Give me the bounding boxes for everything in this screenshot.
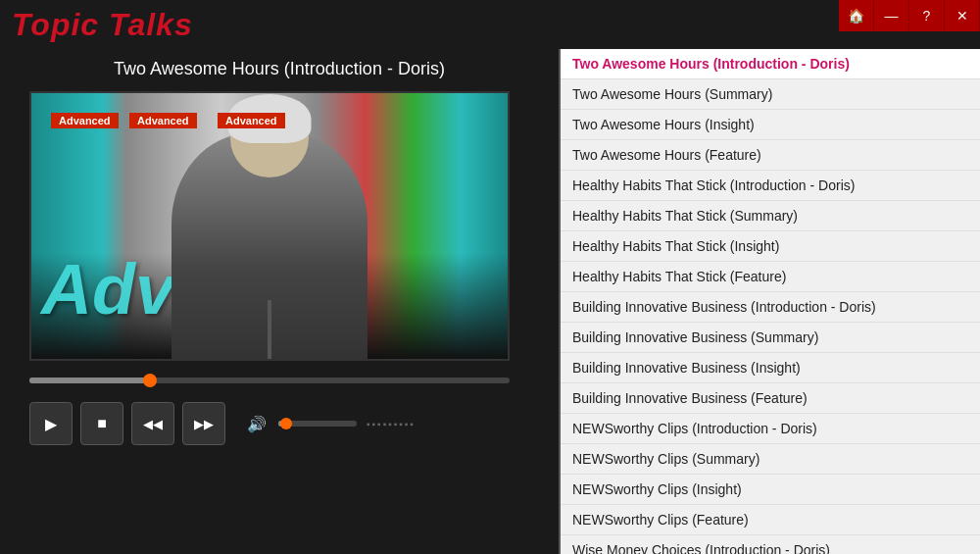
playlist-item[interactable]: NEWSworthy Clips (Introduction - Doris) xyxy=(561,414,980,444)
playlist-item[interactable]: Building Innovative Business (Introducti… xyxy=(561,292,980,323)
playlist-item[interactable]: Building Innovative Business (Summary) xyxy=(561,323,980,353)
left-panel: Two Awesome Hours (Introduction - Doris)… xyxy=(0,49,559,554)
playlist-item[interactable]: Building Innovative Business (Feature) xyxy=(561,383,980,414)
main-content: Two Awesome Hours (Introduction - Doris)… xyxy=(0,49,980,554)
close-button[interactable]: ✕ xyxy=(945,0,980,31)
seek-bar-thumb[interactable] xyxy=(143,374,157,387)
playlist-item[interactable]: Two Awesome Hours (Introduction - Doris) xyxy=(561,49,980,79)
help-button[interactable]: ? xyxy=(909,0,945,31)
playlist-scroll[interactable]: Two Awesome Hours (Introduction - Doris)… xyxy=(561,49,980,554)
banner3: Advanced xyxy=(218,113,285,128)
playlist-item[interactable]: Two Awesome Hours (Insight) xyxy=(561,110,980,140)
banner1: Advanced xyxy=(51,113,119,128)
volume-icon[interactable]: 🔊 xyxy=(241,408,272,439)
banner2: Advanced xyxy=(129,113,197,128)
fast-forward-button[interactable]: ▶▶ xyxy=(182,402,225,445)
seek-bar-fill xyxy=(29,378,150,383)
rewind-button[interactable]: ◀◀ xyxy=(131,402,174,445)
window-controls-bar: 🏠 — ? ✕ xyxy=(839,0,980,31)
volume-thumb[interactable] xyxy=(280,418,292,429)
playlist-item[interactable]: Healthy Habits That Stick (Feature) xyxy=(561,262,980,292)
volume-track[interactable] xyxy=(278,421,357,427)
app-title: Topic Talks xyxy=(12,7,193,43)
right-panel: Two Awesome Hours (Introduction - Doris)… xyxy=(559,49,980,554)
minimize-button[interactable]: — xyxy=(874,0,909,31)
playlist-item[interactable]: Two Awesome Hours (Summary) xyxy=(561,79,980,110)
playback-controls: ▶ ■ ◀◀ ▶▶ 🔊 ▪▪▪▪▪▪▪▪▪ xyxy=(29,402,510,445)
playlist-item[interactable]: NEWSworthy Clips (Insight) xyxy=(561,475,980,505)
home-button[interactable]: 🏠 xyxy=(839,0,874,31)
playlist-item[interactable]: Healthy Habits That Stick (Introduction … xyxy=(561,171,980,201)
playlist-item[interactable]: Two Awesome Hours (Feature) xyxy=(561,140,980,171)
seek-bar-track[interactable] xyxy=(29,378,510,383)
playlist-item[interactable]: Wise Money Choices (Introduction - Doris… xyxy=(561,535,980,554)
title-bar: Topic Talks xyxy=(0,0,980,49)
playlist-item[interactable]: Healthy Habits That Stick (Insight) xyxy=(561,231,980,262)
playlist-item[interactable]: Healthy Habits That Stick (Summary) xyxy=(561,201,980,231)
playlist-item[interactable]: Building Innovative Business (Insight) xyxy=(561,353,980,383)
video-background: Adva Advanced Advanced Advanced xyxy=(31,93,508,359)
playlist-item[interactable]: NEWSworthy Clips (Summary) xyxy=(561,444,980,475)
video-title: Two Awesome Hours (Introduction - Doris) xyxy=(29,59,529,79)
stop-button[interactable]: ■ xyxy=(80,402,123,445)
play-button[interactable]: ▶ xyxy=(29,402,73,445)
playlist-item[interactable]: NEWSworthy Clips (Feature) xyxy=(561,505,980,535)
video-player: Adva Advanced Advanced Advanced xyxy=(29,91,510,361)
volume-section: 🔊 ▪▪▪▪▪▪▪▪▪ xyxy=(241,408,416,439)
seek-bar-container[interactable] xyxy=(29,373,510,388)
volume-dots: ▪▪▪▪▪▪▪▪▪ xyxy=(367,419,416,429)
